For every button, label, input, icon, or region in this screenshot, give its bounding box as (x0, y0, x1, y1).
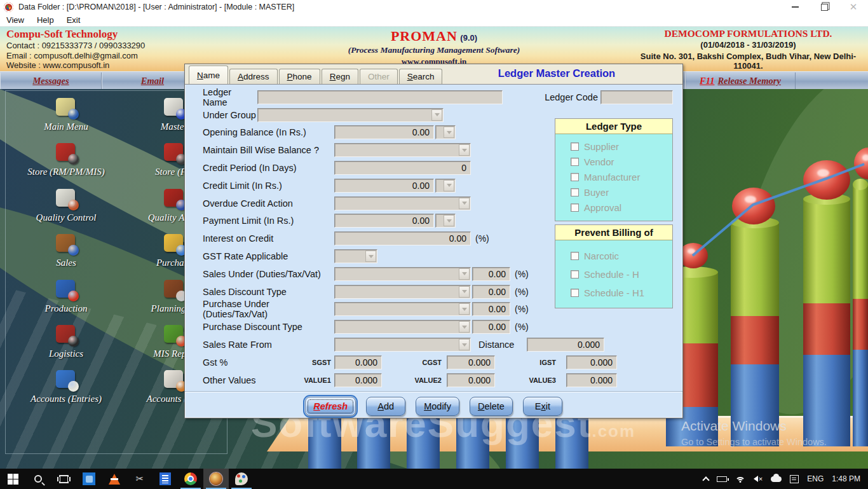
value1-input[interactable]: 0.000 (334, 373, 382, 387)
onedrive-icon[interactable] (771, 476, 782, 482)
volume-muted-icon[interactable]: × (754, 475, 763, 483)
refresh-button-label: Refresh (313, 401, 348, 411)
photos-taskbar-button[interactable] (76, 469, 102, 489)
modify-button[interactable]: Modify (416, 397, 459, 416)
sales-under-duties-tax-vat-combo[interactable] (334, 267, 471, 281)
maintain-bill-wise-balance-combo[interactable] (334, 143, 471, 157)
tab-regn[interactable]: Regn (322, 69, 358, 84)
purchase-under-duties-tax-vat-value-input[interactable]: 0.00 (472, 302, 510, 316)
credit-limit-in-rs-combo[interactable] (435, 179, 456, 193)
payment-limit-in-rs-combo[interactable] (435, 214, 456, 228)
manufacturer-checkbox[interactable] (571, 173, 579, 181)
sales-discount-type-value-input[interactable]: 0.00 (472, 285, 510, 299)
credit-limit-in-rs-input[interactable]: 0.00 (334, 179, 434, 193)
under-group-combo[interactable] (257, 108, 444, 122)
schedule-h1-checkbox[interactable] (571, 289, 579, 297)
supplier-checkbox[interactable] (571, 142, 579, 151)
sales-under-duties-tax-vat-value-input[interactable]: 0.00 (472, 267, 510, 281)
cgst-input[interactable]: 0.000 (447, 355, 495, 369)
interest-on-credit-input[interactable]: 0.00 (334, 231, 471, 245)
search-taskbar-button[interactable] (25, 469, 51, 489)
refresh-button[interactable]: Refresh (305, 397, 356, 416)
sidebar-item-quality-control[interactable]: Quality Control (12, 188, 120, 223)
purchase-discount-type-value-input[interactable]: 0.00 (472, 320, 510, 334)
clock[interactable]: 1:48 PM (832, 474, 860, 483)
menu-item-help[interactable]: Help (31, 15, 60, 25)
chart-sphere (732, 188, 775, 224)
tab-name[interactable]: Name (189, 65, 228, 84)
action-center-icon[interactable] (790, 475, 799, 483)
opening-balance-in-rs-combo[interactable] (435, 125, 456, 139)
chevron-down-icon (459, 286, 470, 298)
sidebar-item-label: Quality Control (12, 212, 120, 223)
row-gst: Gst %SGST0.000CGST0.000IGST0.000 (185, 354, 682, 371)
tray-chevron-icon[interactable] (702, 476, 709, 483)
vendor-checkbox[interactable] (571, 158, 579, 166)
icon-accent (68, 291, 79, 301)
gst-rate-applicable-combo[interactable] (334, 249, 377, 263)
sidebar-item-production[interactable]: Production (12, 279, 120, 314)
tab-address[interactable]: Address (229, 69, 278, 84)
value2-input[interactable]: 0.000 (447, 373, 495, 387)
igst-input[interactable]: 0.000 (566, 355, 617, 369)
tab-phone[interactable]: Phone (279, 69, 320, 84)
opening-balance-in-rs-label: Opening Balance (In Rs.) (185, 127, 334, 137)
calculator-taskbar-button[interactable] (153, 469, 178, 489)
tab-search[interactable]: Search (399, 69, 443, 84)
sidebar-item-logistics[interactable]: Logistics (12, 324, 120, 359)
chrome-taskbar-button[interactable] (178, 469, 203, 489)
wifi-icon[interactable] (735, 475, 745, 483)
purchase-under-duties-tax-vat-percent-suffix: (%) (515, 304, 529, 314)
purchase-under-duties-tax-vat-combo[interactable] (334, 302, 471, 316)
sgst-input[interactable]: 0.000 (334, 355, 382, 369)
battery-icon[interactable] (717, 476, 727, 482)
button-separator (185, 391, 682, 392)
minimize-button[interactable] (780, 0, 810, 14)
purchase-discount-type-percent-suffix: (%) (515, 322, 529, 332)
windows-taskbar: ✂ × ENG 1:48 PM (0, 469, 868, 489)
gst-rate-applicable-label: GST Rate Applicable (185, 251, 334, 261)
dialog-title: Ledger Master Creation (452, 67, 661, 79)
narcotic-checkbox[interactable] (571, 252, 579, 260)
vlc-taskbar-button[interactable] (102, 469, 127, 489)
quality-control-icon (53, 188, 79, 210)
payment-limit-in-rs-input[interactable]: 0.00 (334, 214, 434, 228)
ledger-name-input[interactable] (257, 90, 503, 104)
sidebar-item-label: Logistics (12, 348, 120, 359)
release-memory-label: Release Memory (717, 76, 780, 86)
sales-rate-from-combo[interactable] (334, 338, 471, 352)
purchase-discount-type-combo[interactable] (334, 320, 471, 334)
start-taskbar-button[interactable] (0, 469, 25, 489)
credit-period-in-days-input[interactable]: 0 (334, 161, 471, 175)
add-button[interactable]: Add (366, 397, 405, 416)
tab-other[interactable]: Other (360, 69, 398, 84)
schedule-h-checkbox[interactable] (571, 270, 579, 279)
task-view-taskbar-button[interactable] (51, 469, 76, 489)
delete-button[interactable]: Delete (470, 397, 513, 416)
vendor-company-name: Compu-Soft Technology (6, 28, 145, 41)
cylinder-segment (803, 199, 850, 303)
ledger-code-input[interactable] (600, 90, 673, 104)
snipping-tool-taskbar-button[interactable]: ✂ (127, 469, 153, 489)
proman-app-taskbar-button[interactable] (203, 469, 229, 489)
approval-checkbox[interactable] (571, 203, 579, 212)
value3-input[interactable]: 0.000 (566, 373, 617, 387)
buyer-checkbox[interactable] (571, 188, 579, 196)
menu-item-exit[interactable]: Exit (60, 15, 87, 25)
exit-button[interactable]: Exit (523, 397, 562, 416)
paint-taskbar-button[interactable] (229, 469, 254, 489)
sidebar-item-accounts-entries[interactable]: Accounts (Entries) (12, 369, 120, 404)
sidebar-item-main-menu[interactable]: Main Menu (12, 97, 120, 132)
sidebar-item-sales[interactable]: Sales (12, 233, 120, 268)
language-indicator[interactable]: ENG (807, 474, 824, 483)
sales-discount-type-combo[interactable] (334, 285, 471, 299)
restore-button[interactable] (810, 0, 839, 14)
menu-item-view[interactable]: View (0, 15, 31, 25)
distance-input[interactable]: 0.000 (527, 338, 604, 352)
release-memory-button[interactable]: F11 Release Memory (685, 72, 796, 89)
overdue-credit-action-combo[interactable] (334, 196, 471, 210)
close-button[interactable]: ✕ (839, 0, 868, 14)
messages-button[interactable]: Messages (0, 72, 102, 89)
sidebar-item-store-rm-pm-mis[interactable]: Store (RM/PM/MIS) (12, 142, 120, 177)
opening-balance-in-rs-input[interactable]: 0.00 (334, 125, 434, 139)
